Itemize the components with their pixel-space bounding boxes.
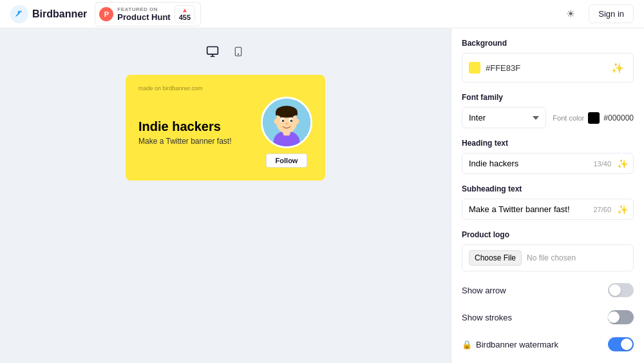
banner-content: Indie hackers Make a Twitter banner fast… <box>138 97 312 168</box>
font-color-hex: #000000 <box>603 113 634 123</box>
svg-point-0 <box>10 5 28 23</box>
heading-text-section: Heading text 13/40 ✨ <box>462 139 634 174</box>
background-section: Background #FFE83F ✨ <box>462 39 634 83</box>
banner-subheading: Make a Twitter banner fast! <box>138 137 254 146</box>
theme-toggle-button[interactable]: ☀ <box>560 4 581 25</box>
ph-upvote-arrow: ▲ <box>182 7 188 14</box>
watermark-label: 🔒 Birdbanner watermark <box>462 340 558 349</box>
show-strokes-row: Show strokes <box>462 309 634 326</box>
header: Birdbanner P FEATURED ON Product Hunt ▲ … <box>0 0 644 28</box>
show-arrow-row: Show arrow <box>462 282 634 299</box>
ph-votes-count: 455 <box>179 14 191 21</box>
svg-point-14 <box>283 120 283 121</box>
subheading-char-count: 27/60 <box>593 206 615 213</box>
show-arrow-label: Show arrow <box>462 286 506 295</box>
ph-votes-box: ▲ 455 <box>175 5 195 23</box>
banner-avatar <box>261 97 312 148</box>
banner-watermark-text: made on birdbanner.com <box>138 85 312 92</box>
font-select-wrap: Inter Arial Georgia Roboto <box>462 107 546 128</box>
font-family-label: Font family <box>462 93 634 102</box>
watermark-row: 🔒 Birdbanner watermark <box>462 336 634 353</box>
show-arrow-toggle[interactable] <box>608 283 634 297</box>
background-color-hex: #FFE83F <box>486 63 603 73</box>
svg-point-15 <box>291 120 292 121</box>
header-right: ☀ Sign in <box>560 4 634 25</box>
file-input-wrap: Choose File No file chosen <box>462 244 634 271</box>
heading-char-count: 13/40 <box>593 160 615 168</box>
subheading-magic-button[interactable]: ✨ <box>615 201 633 219</box>
show-strokes-label: Show strokes <box>462 313 512 322</box>
desktop-view-button[interactable] <box>202 41 223 62</box>
banner-heading: Indie hackers <box>138 119 254 134</box>
ph-product-hunt-label: Product Hunt <box>117 12 170 22</box>
choose-file-button[interactable]: Choose File <box>469 250 522 266</box>
no-file-text: No file chosen <box>527 253 576 262</box>
logo-icon <box>10 5 28 23</box>
font-row: Inter Arial Georgia Roboto Font color #0… <box>462 107 634 128</box>
subheading-text-label: Subheading text <box>462 184 634 193</box>
header-left: Birdbanner P FEATURED ON Product Hunt ▲ … <box>10 2 201 26</box>
lock-icon: 🔒 <box>462 340 472 349</box>
font-family-section: Font family Inter Arial Georgia Roboto F… <box>462 93 634 128</box>
svg-point-16 <box>285 123 288 124</box>
follow-button[interactable]: Follow <box>266 153 308 168</box>
ph-featured-on: FEATURED ON <box>117 6 170 12</box>
product-hunt-badge[interactable]: P FEATURED ON Product Hunt ▲ 455 <box>95 2 201 26</box>
ph-badge-content: FEATURED ON Product Hunt <box>117 6 170 22</box>
svg-point-17 <box>274 119 278 123</box>
subheading-text-section: Subheading text 27/60 ✨ <box>462 184 634 220</box>
font-family-select[interactable]: Inter Arial Georgia Roboto <box>462 107 546 128</box>
background-color-row: #FFE83F ✨ <box>462 53 634 83</box>
settings-panel: Background #FFE83F ✨ Font family Inter A… <box>451 28 644 363</box>
logo-area: Birdbanner <box>10 5 87 23</box>
svg-point-4 <box>238 54 238 54</box>
heading-text-input[interactable] <box>462 153 593 173</box>
banner-text-area: Indie hackers Make a Twitter banner fast… <box>138 119 261 146</box>
logo-text: Birdbanner <box>32 8 87 20</box>
toggle-knob-watermark <box>621 338 632 350</box>
subheading-input-wrap: 27/60 ✨ <box>462 199 634 220</box>
background-color-swatch[interactable] <box>469 62 480 74</box>
banner-avatar-area: Follow <box>261 97 312 168</box>
svg-point-18 <box>296 119 299 123</box>
heading-magic-button[interactable]: ✨ <box>615 155 633 173</box>
toggle-knob <box>609 284 621 296</box>
product-logo-label: Product logo <box>462 230 634 239</box>
heading-text-label: Heading text <box>462 139 634 148</box>
mobile-view-button[interactable] <box>228 41 249 62</box>
font-color-swatch[interactable] <box>588 112 600 124</box>
product-logo-section: Product logo Choose File No file chosen <box>462 230 634 271</box>
watermark-toggle[interactable] <box>608 337 634 351</box>
svg-point-1 <box>21 11 22 12</box>
preview-panel: made on birdbanner.com Indie hackers Mak… <box>0 28 451 363</box>
svg-rect-2 <box>207 47 218 55</box>
ph-icon: P <box>99 7 113 21</box>
toggle-knob-strokes <box>608 311 620 323</box>
banner-preview: made on birdbanner.com Indie hackers Mak… <box>126 75 325 181</box>
main-layout: made on birdbanner.com Indie hackers Mak… <box>0 28 644 363</box>
subheading-text-input[interactable] <box>462 199 593 219</box>
show-strokes-toggle[interactable] <box>608 310 634 324</box>
background-label: Background <box>462 39 634 48</box>
font-color-area: Font color #000000 <box>553 112 634 124</box>
heading-input-wrap: 13/40 ✨ <box>462 153 634 174</box>
background-magic-button[interactable]: ✨ <box>609 59 627 77</box>
device-switcher <box>202 41 249 62</box>
sign-in-button[interactable]: Sign in <box>589 5 634 23</box>
font-color-label: Font color <box>553 114 584 122</box>
